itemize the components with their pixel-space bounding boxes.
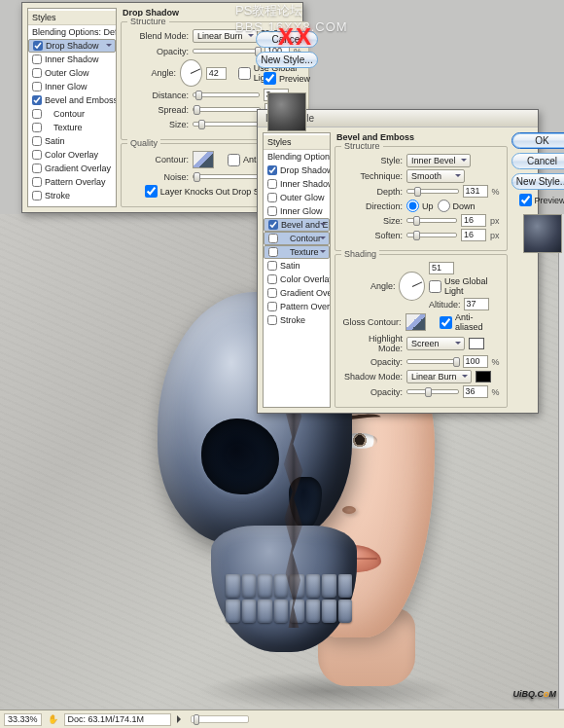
style-item-inner-shadow[interactable]: Inner Shadow (264, 177, 330, 191)
style-item-checkbox[interactable] (32, 177, 42, 187)
style-item-satin[interactable]: Satin (264, 259, 330, 273)
style-item-checkbox[interactable] (32, 82, 42, 91)
style-item-checkbox[interactable] (268, 234, 278, 243)
style-item-drop-shadow[interactable]: Drop Shadow (264, 164, 330, 177)
style-item-checkbox[interactable] (33, 41, 43, 51)
depth-value[interactable]: 131 (463, 185, 488, 198)
style-item-stroke[interactable]: Stroke (28, 189, 116, 202)
style-item-checkbox[interactable] (267, 315, 277, 325)
layer-style-dialog-2: Layer Style Styles Blending Options: Def… (257, 109, 539, 414)
angle-altitude-dial[interactable] (399, 272, 425, 301)
opacity-slider[interactable] (193, 49, 261, 54)
styles-list[interactable]: Styles Blending Options: Default Drop Sh… (263, 132, 331, 408)
watermark-line1: PS教程论坛 (235, 2, 302, 19)
style-item-contour[interactable]: Contour (264, 232, 330, 245)
style-item-inner-glow[interactable]: Inner Glow (28, 80, 116, 93)
styles-list[interactable]: Styles Blending Options: Default Drop Sh… (27, 8, 117, 207)
shadow-opacity-value[interactable]: 36 (463, 385, 488, 398)
style-item-checkbox[interactable] (32, 68, 42, 78)
contour-picker[interactable] (193, 151, 214, 168)
use-global-light[interactable]: Use Global Light (429, 276, 500, 296)
style-item-contour[interactable]: Contour (28, 107, 116, 121)
highlight-mode-select[interactable]: Screen (406, 337, 465, 350)
style-item-color-overlay[interactable]: Color Overlay (28, 148, 116, 162)
style-item-checkbox[interactable] (267, 165, 277, 175)
style-item-drop-shadow[interactable]: Drop Shadow (28, 39, 116, 53)
style-item-bevel-and-emboss[interactable]: Bevel and Emboss (264, 218, 330, 232)
style-item-checkbox[interactable] (267, 261, 277, 271)
shadow-color-swatch[interactable] (476, 371, 491, 382)
style-item-gradient-overlay[interactable]: Gradient Overlay (264, 286, 330, 300)
timeline-mini[interactable] (191, 715, 249, 723)
style-item-texture[interactable]: Texture (264, 245, 330, 259)
highlight-opacity-slider[interactable] (406, 359, 459, 364)
preview-swatch (523, 214, 562, 253)
direction-up[interactable]: Up (406, 200, 434, 212)
style-item-pattern-overlay[interactable]: Pattern Overlay (28, 175, 116, 189)
depth-slider[interactable] (406, 189, 459, 194)
style-item-checkbox[interactable] (267, 193, 277, 202)
soften-value[interactable]: 16 (461, 229, 486, 241)
style-item-outer-glow[interactable]: Outer Glow (264, 191, 330, 204)
style-item-checkbox[interactable] (268, 247, 278, 257)
shadow-mode-select[interactable]: Linear Burn (406, 370, 472, 383)
style-item-checkbox[interactable] (268, 220, 278, 230)
noise-slider[interactable] (193, 174, 261, 179)
anti-aliased[interactable]: Anti-aliased (440, 312, 500, 332)
size-value[interactable]: 16 (461, 214, 486, 227)
technique-select[interactable]: Smooth (406, 169, 465, 183)
style-item-checkbox[interactable] (32, 95, 42, 105)
style-item-checkbox[interactable] (267, 206, 277, 216)
style-item-inner-glow[interactable]: Inner Glow (264, 204, 330, 218)
style-item-gradient-overlay[interactable]: Gradient Overlay (28, 162, 116, 175)
highlight-opacity-value[interactable]: 100 (463, 355, 488, 368)
blending-options[interactable]: Blending Options: Default (264, 150, 330, 164)
gloss-contour-picker[interactable] (405, 313, 427, 331)
style-item-outer-glow[interactable]: Outer Glow (28, 66, 116, 80)
style-item-pattern-overlay[interactable]: Pattern Overlay (264, 300, 330, 313)
spread-slider[interactable] (193, 107, 261, 112)
distance-slider[interactable] (193, 92, 260, 97)
new-style-button[interactable]: New Style... (511, 173, 564, 190)
style-item-checkbox[interactable] (32, 191, 42, 200)
hand-tool-icon[interactable]: ✋ (48, 714, 58, 724)
style-item-bevel-and-emboss[interactable]: Bevel and Emboss (28, 93, 116, 107)
altitude-value[interactable]: 37 (464, 298, 489, 310)
style-item-stroke[interactable]: Stroke (264, 313, 330, 327)
preview-toggle[interactable]: Preview (264, 72, 310, 85)
preview-toggle[interactable]: Preview (519, 194, 564, 206)
style-item-inner-shadow[interactable]: Inner Shadow (28, 53, 116, 66)
style-item-texture[interactable]: Texture (28, 121, 116, 134)
style-item-checkbox[interactable] (32, 55, 42, 64)
angle-dial[interactable] (180, 59, 202, 87)
info-menu-icon[interactable] (177, 715, 185, 723)
shading-group: Shading Angle:51Use Global LightAltitude… (335, 254, 508, 408)
soften-slider[interactable] (406, 233, 457, 237)
style-item-checkbox[interactable] (32, 123, 42, 132)
size-slider[interactable] (193, 122, 260, 127)
shadow-opacity-slider[interactable] (406, 389, 459, 394)
doc-info[interactable]: Doc: 63.1M/174.1M (64, 713, 171, 726)
style-item-color-overlay[interactable]: Color Overlay (264, 273, 330, 286)
style-item-checkbox[interactable] (267, 274, 277, 284)
highlight-color-swatch[interactable] (469, 338, 484, 349)
style-item-checkbox[interactable] (267, 288, 277, 298)
style-item-checkbox[interactable] (32, 109, 42, 119)
ok-button[interactable]: OK (511, 132, 564, 149)
zoom-field[interactable]: 33.33% (4, 713, 42, 726)
style-select[interactable]: Inner Bevel (406, 154, 471, 167)
direction-down[interactable]: Down (438, 200, 476, 212)
style-item-satin[interactable]: Satin (28, 134, 116, 148)
style-item-checkbox[interactable] (32, 164, 42, 173)
new-style-button[interactable]: New Style... (256, 52, 318, 68)
angle-value[interactable]: 51 (429, 262, 454, 274)
angle-value[interactable]: 42 (206, 67, 228, 80)
size-slider[interactable] (406, 218, 457, 223)
blending-options[interactable]: Blending Options: Default (28, 25, 116, 39)
style-item-checkbox[interactable] (32, 150, 42, 160)
cancel-button[interactable]: Cancel (511, 153, 564, 169)
style-item-checkbox[interactable] (32, 136, 42, 146)
group-legend: Quality (127, 138, 160, 148)
style-item-checkbox[interactable] (267, 302, 277, 311)
style-item-checkbox[interactable] (267, 179, 277, 189)
